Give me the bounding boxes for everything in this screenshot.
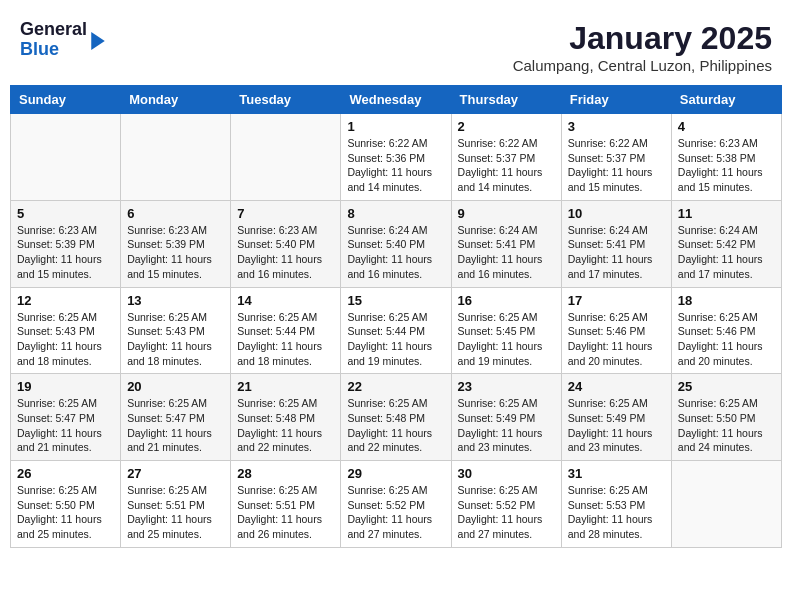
- calendar-cell: 31Sunrise: 6:25 AM Sunset: 5:53 PM Dayli…: [561, 461, 671, 548]
- calendar-cell: 14Sunrise: 6:25 AM Sunset: 5:44 PM Dayli…: [231, 287, 341, 374]
- calendar-cell: 17Sunrise: 6:25 AM Sunset: 5:46 PM Dayli…: [561, 287, 671, 374]
- calendar-cell: 2Sunrise: 6:22 AM Sunset: 5:37 PM Daylig…: [451, 114, 561, 201]
- calendar-cell: 3Sunrise: 6:22 AM Sunset: 5:37 PM Daylig…: [561, 114, 671, 201]
- day-info: Sunrise: 6:24 AM Sunset: 5:41 PM Dayligh…: [458, 223, 555, 282]
- day-info: Sunrise: 6:25 AM Sunset: 5:47 PM Dayligh…: [17, 396, 114, 455]
- day-number: 26: [17, 466, 114, 481]
- calendar-cell: 11Sunrise: 6:24 AM Sunset: 5:42 PM Dayli…: [671, 200, 781, 287]
- day-info: Sunrise: 6:23 AM Sunset: 5:39 PM Dayligh…: [127, 223, 224, 282]
- day-info: Sunrise: 6:25 AM Sunset: 5:52 PM Dayligh…: [458, 483, 555, 542]
- calendar-cell: 16Sunrise: 6:25 AM Sunset: 5:45 PM Dayli…: [451, 287, 561, 374]
- day-of-week-header: Thursday: [451, 86, 561, 114]
- calendar-week-row: 26Sunrise: 6:25 AM Sunset: 5:50 PM Dayli…: [11, 461, 782, 548]
- calendar-week-row: 5Sunrise: 6:23 AM Sunset: 5:39 PM Daylig…: [11, 200, 782, 287]
- day-info: Sunrise: 6:23 AM Sunset: 5:40 PM Dayligh…: [237, 223, 334, 282]
- day-number: 7: [237, 206, 334, 221]
- day-info: Sunrise: 6:24 AM Sunset: 5:42 PM Dayligh…: [678, 223, 775, 282]
- calendar-cell: 19Sunrise: 6:25 AM Sunset: 5:47 PM Dayli…: [11, 374, 121, 461]
- calendar-cell: [11, 114, 121, 201]
- day-number: 28: [237, 466, 334, 481]
- calendar-cell: 22Sunrise: 6:25 AM Sunset: 5:48 PM Dayli…: [341, 374, 451, 461]
- day-number: 30: [458, 466, 555, 481]
- calendar-table: SundayMondayTuesdayWednesdayThursdayFrid…: [10, 85, 782, 548]
- day-info: Sunrise: 6:25 AM Sunset: 5:51 PM Dayligh…: [127, 483, 224, 542]
- calendar-cell: 13Sunrise: 6:25 AM Sunset: 5:43 PM Dayli…: [121, 287, 231, 374]
- day-number: 22: [347, 379, 444, 394]
- day-info: Sunrise: 6:25 AM Sunset: 5:48 PM Dayligh…: [347, 396, 444, 455]
- day-number: 24: [568, 379, 665, 394]
- day-number: 20: [127, 379, 224, 394]
- logo: General Blue: [20, 20, 107, 60]
- day-of-week-header: Wednesday: [341, 86, 451, 114]
- calendar-week-row: 12Sunrise: 6:25 AM Sunset: 5:43 PM Dayli…: [11, 287, 782, 374]
- logo-icon: [89, 32, 107, 50]
- day-of-week-header: Tuesday: [231, 86, 341, 114]
- day-info: Sunrise: 6:25 AM Sunset: 5:50 PM Dayligh…: [17, 483, 114, 542]
- day-info: Sunrise: 6:25 AM Sunset: 5:49 PM Dayligh…: [568, 396, 665, 455]
- day-info: Sunrise: 6:25 AM Sunset: 5:47 PM Dayligh…: [127, 396, 224, 455]
- title-block: January 2025 Calumpang, Central Luzon, P…: [513, 20, 772, 74]
- calendar-cell: 21Sunrise: 6:25 AM Sunset: 5:48 PM Dayli…: [231, 374, 341, 461]
- day-number: 29: [347, 466, 444, 481]
- day-number: 16: [458, 293, 555, 308]
- calendar-cell: [671, 461, 781, 548]
- page-header: General Blue January 2025 Calumpang, Cen…: [10, 10, 782, 79]
- calendar-cell: 23Sunrise: 6:25 AM Sunset: 5:49 PM Dayli…: [451, 374, 561, 461]
- day-number: 14: [237, 293, 334, 308]
- calendar-cell: 12Sunrise: 6:25 AM Sunset: 5:43 PM Dayli…: [11, 287, 121, 374]
- day-info: Sunrise: 6:25 AM Sunset: 5:44 PM Dayligh…: [237, 310, 334, 369]
- calendar-cell: 6Sunrise: 6:23 AM Sunset: 5:39 PM Daylig…: [121, 200, 231, 287]
- calendar-cell: 27Sunrise: 6:25 AM Sunset: 5:51 PM Dayli…: [121, 461, 231, 548]
- calendar-cell: 1Sunrise: 6:22 AM Sunset: 5:36 PM Daylig…: [341, 114, 451, 201]
- day-number: 5: [17, 206, 114, 221]
- calendar-cell: 8Sunrise: 6:24 AM Sunset: 5:40 PM Daylig…: [341, 200, 451, 287]
- day-info: Sunrise: 6:25 AM Sunset: 5:49 PM Dayligh…: [458, 396, 555, 455]
- day-of-week-header: Friday: [561, 86, 671, 114]
- calendar-cell: 7Sunrise: 6:23 AM Sunset: 5:40 PM Daylig…: [231, 200, 341, 287]
- day-info: Sunrise: 6:25 AM Sunset: 5:53 PM Dayligh…: [568, 483, 665, 542]
- logo-text: General Blue: [20, 20, 87, 60]
- day-number: 19: [17, 379, 114, 394]
- calendar-cell: 20Sunrise: 6:25 AM Sunset: 5:47 PM Dayli…: [121, 374, 231, 461]
- month-title: January 2025: [513, 20, 772, 57]
- svg-marker-0: [91, 32, 105, 50]
- day-number: 25: [678, 379, 775, 394]
- calendar-week-row: 19Sunrise: 6:25 AM Sunset: 5:47 PM Dayli…: [11, 374, 782, 461]
- day-number: 23: [458, 379, 555, 394]
- day-info: Sunrise: 6:25 AM Sunset: 5:52 PM Dayligh…: [347, 483, 444, 542]
- location-subtitle: Calumpang, Central Luzon, Philippines: [513, 57, 772, 74]
- calendar-cell: [231, 114, 341, 201]
- day-info: Sunrise: 6:25 AM Sunset: 5:46 PM Dayligh…: [678, 310, 775, 369]
- calendar-cell: 5Sunrise: 6:23 AM Sunset: 5:39 PM Daylig…: [11, 200, 121, 287]
- logo-general: General: [20, 20, 87, 40]
- day-info: Sunrise: 6:25 AM Sunset: 5:43 PM Dayligh…: [127, 310, 224, 369]
- calendar-header-row: SundayMondayTuesdayWednesdayThursdayFrid…: [11, 86, 782, 114]
- day-info: Sunrise: 6:22 AM Sunset: 5:37 PM Dayligh…: [568, 136, 665, 195]
- day-number: 31: [568, 466, 665, 481]
- day-number: 27: [127, 466, 224, 481]
- day-info: Sunrise: 6:22 AM Sunset: 5:37 PM Dayligh…: [458, 136, 555, 195]
- day-info: Sunrise: 6:23 AM Sunset: 5:39 PM Dayligh…: [17, 223, 114, 282]
- day-number: 17: [568, 293, 665, 308]
- day-number: 12: [17, 293, 114, 308]
- calendar-cell: 30Sunrise: 6:25 AM Sunset: 5:52 PM Dayli…: [451, 461, 561, 548]
- calendar-cell: 29Sunrise: 6:25 AM Sunset: 5:52 PM Dayli…: [341, 461, 451, 548]
- day-number: 2: [458, 119, 555, 134]
- calendar-cell: 26Sunrise: 6:25 AM Sunset: 5:50 PM Dayli…: [11, 461, 121, 548]
- day-of-week-header: Sunday: [11, 86, 121, 114]
- day-number: 4: [678, 119, 775, 134]
- day-of-week-header: Monday: [121, 86, 231, 114]
- day-number: 3: [568, 119, 665, 134]
- day-info: Sunrise: 6:22 AM Sunset: 5:36 PM Dayligh…: [347, 136, 444, 195]
- day-number: 18: [678, 293, 775, 308]
- logo-blue: Blue: [20, 40, 87, 60]
- day-info: Sunrise: 6:24 AM Sunset: 5:40 PM Dayligh…: [347, 223, 444, 282]
- day-info: Sunrise: 6:25 AM Sunset: 5:50 PM Dayligh…: [678, 396, 775, 455]
- calendar-week-row: 1Sunrise: 6:22 AM Sunset: 5:36 PM Daylig…: [11, 114, 782, 201]
- day-number: 21: [237, 379, 334, 394]
- calendar-cell: 4Sunrise: 6:23 AM Sunset: 5:38 PM Daylig…: [671, 114, 781, 201]
- day-info: Sunrise: 6:25 AM Sunset: 5:43 PM Dayligh…: [17, 310, 114, 369]
- calendar-cell: 28Sunrise: 6:25 AM Sunset: 5:51 PM Dayli…: [231, 461, 341, 548]
- calendar-cell: 24Sunrise: 6:25 AM Sunset: 5:49 PM Dayli…: [561, 374, 671, 461]
- day-info: Sunrise: 6:25 AM Sunset: 5:44 PM Dayligh…: [347, 310, 444, 369]
